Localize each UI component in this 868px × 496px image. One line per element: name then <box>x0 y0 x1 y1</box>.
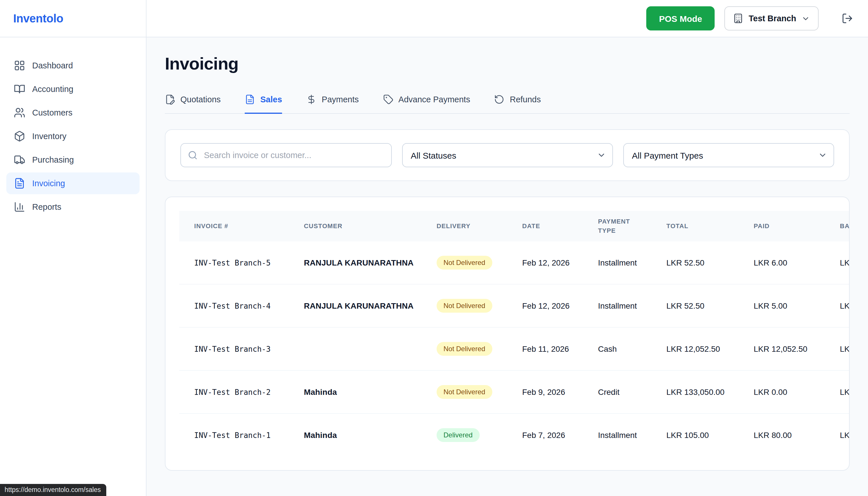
sidebar-item-invoicing[interactable]: Invoicing <box>6 172 140 194</box>
payment-type: Installment <box>583 414 652 456</box>
tab-refunds[interactable]: Refunds <box>494 94 541 114</box>
branch-selector[interactable]: Test Branch <box>725 6 819 30</box>
tab-label: Payments <box>322 95 359 104</box>
tab-label: Advance Payments <box>398 95 470 104</box>
bar-chart-icon <box>14 201 25 213</box>
delivery-status-badge: Not Delivered <box>437 385 492 399</box>
table-row[interactable]: INV-Test Branch-5 RANJULA KARUNARATHNA N… <box>179 242 850 284</box>
delivery-status-badge: Delivered <box>437 428 479 442</box>
tab-quotations[interactable]: Quotations <box>165 94 221 114</box>
search-input[interactable] <box>180 143 392 167</box>
table-row[interactable]: INV-Test Branch-2 Mahinda Not Delivered … <box>179 370 850 414</box>
logout-button[interactable] <box>841 13 853 24</box>
sidebar-item-label: Reports <box>32 202 62 212</box>
sidebar: Inventolo Dashboard Accounting Customers <box>0 0 146 496</box>
sidebar-item-inventory[interactable]: Inventory <box>6 125 140 147</box>
status-url-bar: https://demo.inventolo.com/sales <box>0 484 107 496</box>
search-icon <box>188 150 198 160</box>
sidebar-item-label: Customers <box>32 108 73 117</box>
invoice-balance: LKR <box>825 414 850 456</box>
invoice-paid: LKR 5.00 <box>739 284 825 327</box>
main-area: POS Mode Test Branch Invoicing <box>146 0 868 496</box>
table-row[interactable]: INV-Test Branch-1 Mahinda Delivered Feb … <box>179 414 850 456</box>
content: Invoicing Quotations Sales <box>146 37 868 496</box>
sidebar-item-accounting[interactable]: Accounting <box>6 78 140 100</box>
delivery-status-badge: Not Delivered <box>437 299 492 313</box>
invoice-number: INV-Test Branch-3 <box>179 327 289 370</box>
invoice-paid: LKR 12,052.50 <box>739 327 825 370</box>
payment-type: Installment <box>583 284 652 327</box>
sidebar-item-label: Accounting <box>32 84 74 94</box>
tab-payments[interactable]: Payments <box>306 94 359 114</box>
column-header-paid: PAID <box>739 211 825 242</box>
table-scroll-area[interactable]: INVOICE # CUSTOMER DELIVERY DATE PAYMENT… <box>179 211 850 456</box>
invoice-number: INV-Test Branch-4 <box>179 284 289 327</box>
sidebar-item-dashboard[interactable]: Dashboard <box>6 55 140 76</box>
package-box-icon <box>14 130 25 142</box>
invoice-number: INV-Test Branch-5 <box>179 242 289 284</box>
invoice-paid: LKR 80.00 <box>739 414 825 456</box>
customer-name: RANJULA KARUNARATHNA <box>289 284 422 327</box>
tag-icon <box>383 94 393 105</box>
column-header-delivery: DELIVERY <box>422 211 507 242</box>
invoice-file-icon <box>14 177 25 189</box>
users-icon <box>14 107 25 119</box>
tab-sales[interactable]: Sales <box>245 94 282 114</box>
pos-mode-button[interactable]: POS Mode <box>646 6 715 30</box>
column-header-invoice: INVOICE # <box>179 211 289 242</box>
invoice-total: LKR 52.50 <box>652 242 739 284</box>
invoice-number: INV-Test Branch-2 <box>179 370 289 414</box>
invoice-date: Feb 12, 2026 <box>507 242 583 284</box>
sidebar-item-reports[interactable]: Reports <box>6 196 140 218</box>
invoice-table-card: INVOICE # CUSTOMER DELIVERY DATE PAYMENT… <box>165 197 850 471</box>
truck-icon <box>14 154 25 166</box>
filter-bar: All Statuses All Payment Types <box>165 129 850 181</box>
sidebar-item-label: Dashboard <box>32 61 73 70</box>
tabs: Quotations Sales Payments <box>165 94 850 114</box>
invoice-total: LKR 133,050.00 <box>652 370 739 414</box>
table-header-row: INVOICE # CUSTOMER DELIVERY DATE PAYMENT… <box>179 211 850 242</box>
delivery-status-badge: Not Delivered <box>437 342 492 356</box>
invoice-total: LKR 12,052.50 <box>652 327 739 370</box>
page-title: Invoicing <box>165 53 850 74</box>
payment-type-filter-select[interactable]: All Payment Types <box>623 143 834 167</box>
invoice-total: LKR 52.50 <box>652 284 739 327</box>
file-pen-icon <box>165 94 175 105</box>
tab-label: Sales <box>260 95 282 104</box>
invoice-paid: LKR 6.00 <box>739 242 825 284</box>
sidebar-header: Inventolo <box>0 0 146 37</box>
column-header-date: DATE <box>507 211 583 242</box>
invoice-balance: LKR <box>825 242 850 284</box>
tab-label: Refunds <box>510 95 541 104</box>
column-header-payment-type: PAYMENT TYPE <box>583 211 652 242</box>
sidebar-item-label: Inventory <box>32 131 66 141</box>
customer-name <box>289 327 422 370</box>
chevron-down-icon <box>801 14 810 23</box>
topbar: POS Mode Test Branch <box>146 0 868 37</box>
invoice-balance: LKR <box>825 284 850 327</box>
status-filter-select[interactable]: All Statuses <box>402 143 613 167</box>
open-book-icon <box>14 83 25 95</box>
invoice-paid: LKR 0.00 <box>739 370 825 414</box>
file-invoice-icon <box>245 94 255 105</box>
invoice-date: Feb 7, 2026 <box>507 414 583 456</box>
dollar-icon <box>306 94 317 105</box>
dashboard-grid-icon <box>14 60 25 71</box>
payment-type-filter-wrap: All Payment Types <box>623 143 834 167</box>
refund-arrow-icon <box>494 94 505 105</box>
tab-advance-payments[interactable]: Advance Payments <box>383 94 470 114</box>
table-row[interactable]: INV-Test Branch-4 RANJULA KARUNARATHNA N… <box>179 284 850 327</box>
sidebar-item-purchasing[interactable]: Purchasing <box>6 149 140 171</box>
customer-name: RANJULA KARUNARATHNA <box>289 242 422 284</box>
invoice-balance: LKR <box>825 370 850 414</box>
table-row[interactable]: INV-Test Branch-3 Not Delivered Feb 11, … <box>179 327 850 370</box>
sidebar-item-customers[interactable]: Customers <box>6 102 140 124</box>
payment-type: Credit <box>583 370 652 414</box>
invoice-date: Feb 11, 2026 <box>507 327 583 370</box>
logout-icon <box>841 13 853 24</box>
sidebar-item-label: Purchasing <box>32 155 74 165</box>
app-logo[interactable]: Inventolo <box>13 12 63 25</box>
invoice-date: Feb 12, 2026 <box>507 284 583 327</box>
invoice-number: INV-Test Branch-1 <box>179 414 289 456</box>
sidebar-nav: Dashboard Accounting Customers Inventory <box>0 37 146 219</box>
